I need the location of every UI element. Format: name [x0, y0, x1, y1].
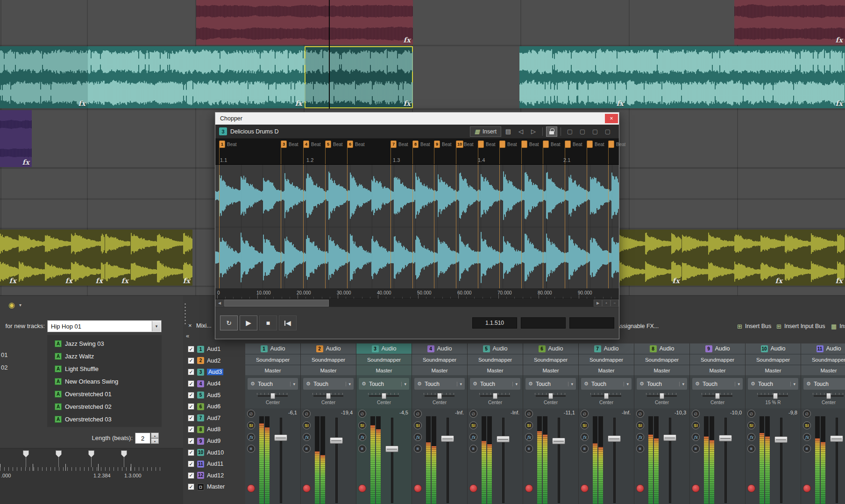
fader-handle[interactable] — [385, 446, 398, 452]
fader-handle[interactable] — [663, 434, 676, 441]
go-to-start-button[interactable]: ◀ — [279, 315, 297, 330]
mixer-track-row[interactable]: ✓ 8 Aud8 — [188, 424, 245, 435]
track-name-label[interactable]: Aud3 — [207, 369, 223, 375]
eq-button[interactable]: ≡ — [247, 445, 255, 453]
marker-handle-icon[interactable] — [88, 450, 94, 457]
fader-handle[interactable] — [719, 435, 732, 441]
track-visible-checkbox[interactable]: ✓ — [188, 357, 194, 364]
mixer-channel-strip[interactable]: 3 Audio Soundmapper Master ⚙ Touch ▾ Cen… — [356, 343, 412, 504]
automation-mode-dropdown[interactable]: ⚙ Touch ▾ — [748, 378, 798, 390]
audio-clip[interactable]: fx — [682, 230, 785, 286]
record-arm-button[interactable] — [247, 484, 255, 492]
pan-handle[interactable] — [773, 393, 778, 399]
track-name-label[interactable]: Aud11 — [207, 461, 223, 467]
insert-button[interactable]: ▦ Ins — [831, 321, 845, 331]
track-visible-checkbox[interactable]: ✓ — [188, 449, 194, 456]
mixer-track-row[interactable]: ✓ 5 Aud5 — [188, 389, 245, 401]
list-item[interactable]: A Overstretched 01 — [47, 388, 162, 400]
eq-button[interactable]: ≡ — [636, 445, 644, 453]
mixer-track-row[interactable]: ✓ 3 Aud3 — [188, 366, 245, 378]
track-visible-checkbox[interactable]: ✓ — [188, 369, 194, 375]
pan-control[interactable]: Center — [634, 391, 689, 408]
channel-device-label[interactable]: Soundmapper — [301, 355, 356, 364]
track-visible-checkbox[interactable]: ✓ — [188, 426, 194, 433]
audio-clip-selected[interactable]: fx — [305, 46, 413, 108]
channel-output-label[interactable]: Master — [412, 365, 467, 375]
chevron-down-icon[interactable]: ▾ — [457, 382, 462, 386]
automation-mode-dropdown[interactable]: ⚙ Touch ▾ — [248, 378, 298, 390]
channel-output-label[interactable]: Master — [245, 365, 300, 375]
pan-control[interactable]: Center — [468, 391, 523, 408]
eq-button[interactable]: ≡ — [303, 445, 311, 453]
solo-button[interactable]: S! — [581, 421, 589, 429]
fx-badge[interactable]: fx — [121, 277, 128, 285]
zoom-out-icon[interactable]: − — [611, 300, 619, 307]
chopper-waveform[interactable] — [215, 165, 619, 289]
beat-marker-flag[interactable] — [543, 140, 549, 148]
chevron-down-icon[interactable]: ▾ — [679, 382, 684, 386]
pan-control[interactable]: Center — [245, 391, 300, 408]
beat-marker-flag[interactable]: 3 — [281, 140, 287, 148]
cursor-position-readout[interactable]: 1.1.510 — [472, 317, 517, 329]
record-arm-button[interactable] — [469, 484, 477, 492]
list-item[interactable]: A New Orleans Swing — [47, 375, 162, 388]
track-name-label[interactable]: Master — [207, 483, 225, 490]
beat-marker-flag[interactable] — [608, 140, 614, 148]
record-arm-button[interactable] — [303, 484, 311, 492]
marker-handle-icon[interactable] — [121, 450, 127, 457]
eq-button[interactable]: ≡ — [581, 445, 589, 453]
fader-track[interactable] — [558, 418, 560, 503]
combo-arrow-icon[interactable]: ▾ — [152, 321, 161, 331]
fader-handle[interactable] — [497, 436, 510, 442]
fx-button[interactable]: ƒx — [747, 433, 755, 441]
track-name-label[interactable]: Aud6 — [207, 403, 220, 410]
length-readout[interactable] — [569, 317, 614, 329]
eq-button[interactable]: ≡ — [525, 445, 533, 453]
channel-device-label[interactable]: Soundmapper — [634, 355, 689, 364]
fader-track[interactable] — [669, 418, 671, 503]
fader-track[interactable] — [391, 418, 393, 503]
mixer-track-row[interactable]: ✓ 7 Aud7 — [188, 413, 245, 424]
shift-selection-left-icon[interactable]: ◁ — [515, 126, 526, 137]
track-visible-checkbox[interactable]: ✓ — [188, 472, 194, 479]
solo-button[interactable]: S! — [303, 421, 311, 429]
chevron-down-icon[interactable]: ▾ — [401, 382, 406, 386]
pan-handle[interactable] — [382, 393, 386, 399]
channel-output-label[interactable]: Master — [523, 365, 578, 375]
automation-mode-dropdown[interactable]: ⚙ Touch ▾ — [470, 378, 520, 390]
fx-badge[interactable]: fx — [65, 277, 72, 285]
record-arm-button[interactable] — [358, 484, 366, 492]
track-name-label[interactable]: Aud12 — [207, 472, 224, 479]
channel-header[interactable]: 4 Audio — [412, 343, 467, 354]
mute-button[interactable]: ∅ — [414, 410, 422, 418]
beat-marker-flag[interactable]: 7 — [391, 140, 397, 148]
audio-clip[interactable]: fx — [131, 230, 192, 286]
record-arm-button[interactable] — [581, 484, 589, 492]
scrollbar-track[interactable] — [224, 300, 593, 307]
track-visible-checkbox[interactable]: ✓ — [188, 461, 194, 467]
fx-badge[interactable]: fx — [836, 36, 843, 44]
channel-output-label[interactable]: Master — [746, 365, 801, 375]
fx-badge[interactable]: fx — [836, 277, 843, 285]
channel-output-label[interactable]: Master — [690, 365, 745, 375]
mixer-track-row[interactable]: ✓ 12 Aud12 — [188, 470, 245, 482]
fx-badge[interactable]: fx — [96, 277, 103, 285]
mini-timeline[interactable]: .000 1.2.3841.3.000 — [0, 448, 183, 504]
list-item[interactable]: A Jazz Waltz — [47, 350, 162, 363]
stop-button[interactable]: ■ — [259, 315, 277, 330]
fx-badge[interactable]: fx — [836, 99, 843, 108]
solo-button[interactable]: S! — [747, 421, 755, 429]
fader-track[interactable] — [280, 418, 282, 503]
beat-marker-flag[interactable] — [478, 140, 484, 148]
fx-button[interactable]: ƒx — [414, 433, 422, 441]
fader-track[interactable] — [447, 418, 449, 503]
automation-mode-dropdown[interactable]: ⚙ Touch ▾ — [581, 378, 632, 390]
marker-handle-icon[interactable] — [23, 450, 29, 457]
spin-up-icon[interactable]: ▴ — [151, 433, 159, 438]
pan-handle[interactable] — [270, 393, 275, 399]
pan-control[interactable]: Center — [301, 391, 356, 408]
audio-clip[interactable]: fx — [619, 230, 682, 286]
fx-button[interactable]: ƒx — [636, 433, 644, 441]
fader-handle[interactable] — [608, 435, 621, 442]
mixer-channel-strip[interactable]: 7 Audio Soundmapper Master ⚙ Touch ▾ Cen… — [579, 343, 634, 504]
